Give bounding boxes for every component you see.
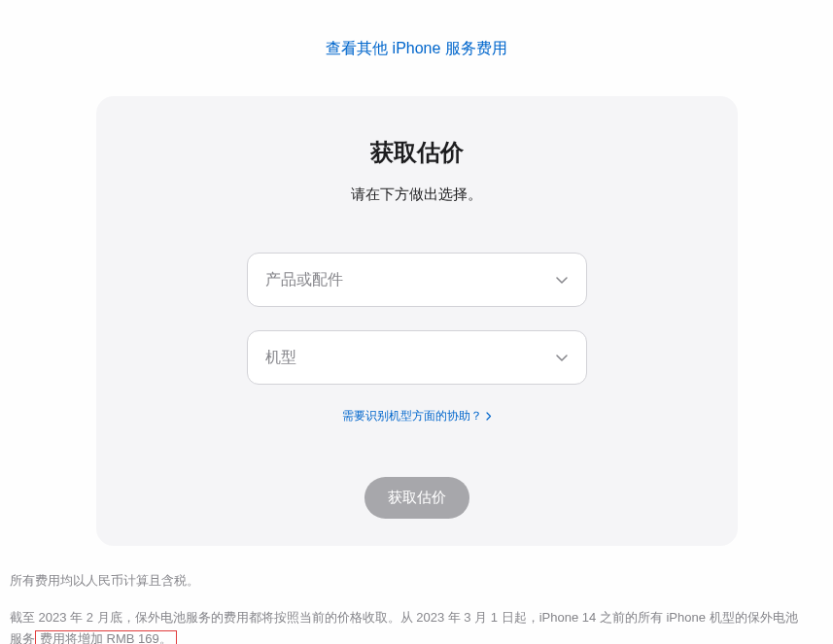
model-select-placeholder: 机型 xyxy=(265,348,296,368)
footer-line-2: 截至 2023 年 2 月底，保外电池服务的费用都将按照当前的价格收取。从 20… xyxy=(10,607,807,644)
chevron-right-icon xyxy=(486,412,492,421)
chevron-down-icon xyxy=(555,351,569,364)
footer-disclaimer: 所有费用均以人民币计算且含税。 截至 2023 年 2 月底，保外电池服务的费用… xyxy=(10,570,807,644)
identify-model-help-link[interactable]: 需要识别机型方面的协助？ xyxy=(135,408,699,424)
model-select-wrapper: 机型 xyxy=(247,330,587,385)
product-select-wrapper: 产品或配件 xyxy=(247,253,587,307)
product-select[interactable]: 产品或配件 xyxy=(247,253,587,307)
footer-line-1: 所有费用均以人民币计算且含税。 xyxy=(10,570,807,592)
price-increase-highlight: 费用将增加 RMB 169。 xyxy=(35,630,177,644)
other-iphone-services-link[interactable]: 查看其他 iPhone 服务费用 xyxy=(0,39,833,59)
product-select-placeholder: 产品或配件 xyxy=(265,270,343,290)
card-subtitle: 请在下方做出选择。 xyxy=(135,186,699,204)
chevron-down-icon xyxy=(555,273,569,287)
get-estimate-button[interactable]: 获取估价 xyxy=(364,477,469,519)
model-select[interactable]: 机型 xyxy=(247,330,587,385)
card-title: 获取估价 xyxy=(135,137,699,168)
help-link-text: 需要识别机型方面的协助？ xyxy=(342,408,482,424)
estimate-card: 获取估价 请在下方做出选择。 产品或配件 机型 需要识别机型方面的协助？ 获取估… xyxy=(96,96,738,546)
